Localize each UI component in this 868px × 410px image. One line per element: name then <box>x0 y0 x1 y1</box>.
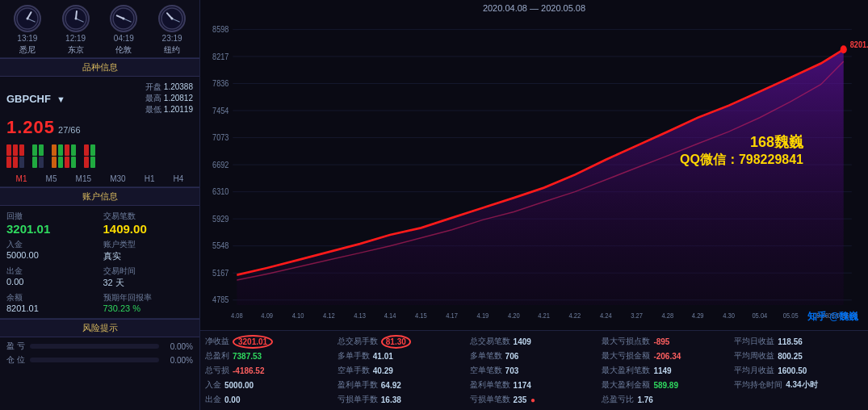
stat-label-zongyingli: 总盈利 <box>205 350 229 362</box>
bar-cell-r4 <box>13 157 18 168</box>
stat-val-jingshouyi: 3201.01 <box>233 337 273 346</box>
tf-h1[interactable]: H1 <box>142 174 157 184</box>
risk-bar-bg-1 <box>30 344 159 349</box>
stat-row-chujin2: 出金 0.00 <box>205 392 334 407</box>
chart-end-dot <box>841 45 847 53</box>
svg-text:4.09: 4.09 <box>261 311 273 320</box>
svg-text:7836: 7836 <box>212 78 229 88</box>
stat-val-yinglidanshoushu: 64.92 <box>381 381 401 390</box>
svg-point-7 <box>74 18 77 20</box>
stat-val-duodanbishu: 706 <box>505 352 519 361</box>
stat-val-kuisundanbishu: 235 ● <box>514 395 536 404</box>
clock-time-london: 04:19 <box>114 34 134 43</box>
svg-text:4.12: 4.12 <box>323 311 335 320</box>
svg-text:4.13: 4.13 <box>354 311 366 320</box>
jiaoyibishu-val: 1409.00 <box>103 222 194 236</box>
svg-text:4785: 4785 <box>212 295 229 305</box>
stat-row-zongjiaoyibishu: 总交易笔数 1409 <box>470 334 599 349</box>
stat-row-zongyinkuibi: 总盈亏比 1.76 <box>602 392 731 407</box>
stat-label-kuisundanbishu: 亏损单笔数 <box>470 394 510 405</box>
stat-row-kongdanshoushu: 空单手数 40.29 <box>338 363 467 378</box>
stat-val-maxkuisunjine: -206.34 <box>653 352 681 361</box>
zhihu-mark: 知乎 @魏巍 <box>807 310 858 324</box>
svg-point-11 <box>123 18 125 20</box>
account-section-header: 账户信息 <box>0 187 199 206</box>
clock-row: 13:19 悉尼 12:19 东京 <box>0 0 199 58</box>
svg-text:5548: 5548 <box>212 241 229 251</box>
svg-text:6310: 6310 <box>212 186 229 196</box>
bar-cell-d2 <box>39 157 44 168</box>
stat-val-rujin2: 5000.00 <box>224 381 254 390</box>
right-panel: 2020.04.08 — 2020.05.08 <box>200 0 868 410</box>
chart-svg: 8598 8217 7836 7454 7073 6692 6310 5929 … <box>200 19 868 330</box>
svg-text:05.04: 05.04 <box>752 311 767 320</box>
timeframe-row: M1 M5 M15 M30 H1 H4 <box>0 171 199 187</box>
bar-col-3 <box>19 144 24 168</box>
high-val: 1.20812 <box>164 94 193 102</box>
jiaoyibishu-label: 交易笔数 <box>103 211 194 222</box>
bar-col-11 <box>90 144 95 168</box>
svg-point-3 <box>26 18 28 20</box>
stat-label-maxylijine: 最大盈利金额 <box>602 379 650 391</box>
kuisundanbishu-dot: ● <box>530 395 535 404</box>
clock-face-sydney <box>14 5 41 32</box>
stats-col5: 平均日收益 118.56 平均周收益 800.25 平均月收益 1600.50 … <box>734 334 863 407</box>
bar-cell-r2 <box>6 157 11 168</box>
bar-cell-r6 <box>65 144 69 156</box>
symbol-dropdown-arrow[interactable]: ▼ <box>57 94 65 104</box>
chart-area: 2020.04.08 — 2020.05.08 <box>200 0 868 330</box>
tf-m30[interactable]: M30 <box>107 174 128 184</box>
svg-text:4.28: 4.28 <box>662 311 674 320</box>
stat-val-zongkuisun: -4186.52 <box>233 366 264 375</box>
chart-svg-container: 8598 8217 7836 7454 7073 6692 6310 5929 … <box>200 19 868 330</box>
big-price: 1.205 <box>6 117 55 138</box>
symbol-info: GBPCHF ▼ 开盘 1.20388 最高 1.20812 最低 1.2011… <box>0 77 199 141</box>
stat-val-kongdanbishu: 703 <box>505 366 519 375</box>
stat-row-yinglidanbishu: 盈利单笔数 1174 <box>470 378 599 392</box>
stat-row-maxkuisundian: 最大亏损点数 -895 <box>602 334 731 349</box>
svg-text:6692: 6692 <box>212 160 229 169</box>
symbol-text: GBPCHF <box>6 93 51 105</box>
bar-col-1 <box>6 144 11 168</box>
stat-label-duodanbishu: 多单笔数 <box>470 350 502 362</box>
tf-m5[interactable]: M5 <box>44 174 60 184</box>
nianhualicun-val: 730.23 % <box>103 303 194 313</box>
stat-val-pingjunchicangshijian: 4.34小时 <box>786 379 817 391</box>
stat-label-yinglidanbishu: 盈利单笔数 <box>470 379 510 391</box>
stat-label-yinglidanshoushu: 盈利单手数 <box>338 379 378 391</box>
risk-row-1: 盈 亏 0.00% <box>6 341 193 352</box>
svg-text:7454: 7454 <box>212 106 229 115</box>
symbol-ohlc: 开盘 1.20388 最高 1.20812 最低 1.20119 <box>145 82 193 115</box>
stat-label-zongjiaoyibishu: 总交易笔数 <box>470 336 510 347</box>
risk-label-2: 仓 位 <box>6 354 25 366</box>
low-row: 最低 1.20119 <box>145 104 193 115</box>
stat-label-rujin2: 入金 <box>205 379 221 391</box>
high-row: 最高 1.20812 <box>145 93 193 104</box>
bar-col-2 <box>13 144 18 168</box>
main-container: 13:19 悉尼 12:19 东京 <box>0 0 868 410</box>
clock-face-newyork <box>158 5 186 32</box>
svg-text:4.19: 4.19 <box>477 311 489 320</box>
jiaoyishijian-val: 32 天 <box>103 277 194 289</box>
bar-col-4 <box>32 144 37 168</box>
jiaoyibishu-block: 交易笔数 1409.00 <box>103 211 194 236</box>
bar-col-10 <box>84 144 89 168</box>
bar-cell-g9 <box>90 157 95 168</box>
chart-area-fill <box>237 49 843 305</box>
bar-cell-g2 <box>32 157 37 168</box>
tf-m1[interactable]: M1 <box>14 174 30 184</box>
huikui-block: 回撤 3201.01 <box>6 211 97 236</box>
svg-text:7073: 7073 <box>212 132 229 142</box>
stat-row-zongjiaoyishoushu: 总交易手数 81.30 <box>338 334 467 349</box>
stat-val-zongjiaoyishoushu: 81.30 <box>381 337 411 346</box>
stat-row-zongyingli: 总盈利 7387.53 <box>205 349 334 363</box>
stat-row-pingjunyueshouyi: 平均月收益 1600.50 <box>734 363 863 378</box>
bar-cell-g8 <box>90 144 95 156</box>
tf-h4[interactable]: H4 <box>171 174 187 184</box>
tf-m15[interactable]: M15 <box>73 174 94 184</box>
stat-val-duodanshoushu: 41.01 <box>373 352 393 361</box>
bar-cell-o2 <box>52 157 57 168</box>
stat-val-maxkuisundian: -895 <box>653 337 669 346</box>
bar-col-8 <box>65 144 69 168</box>
stats-grid: 净收益 3201.01 总盈利 7387.53 总亏损 -4186.52 <box>205 334 863 407</box>
